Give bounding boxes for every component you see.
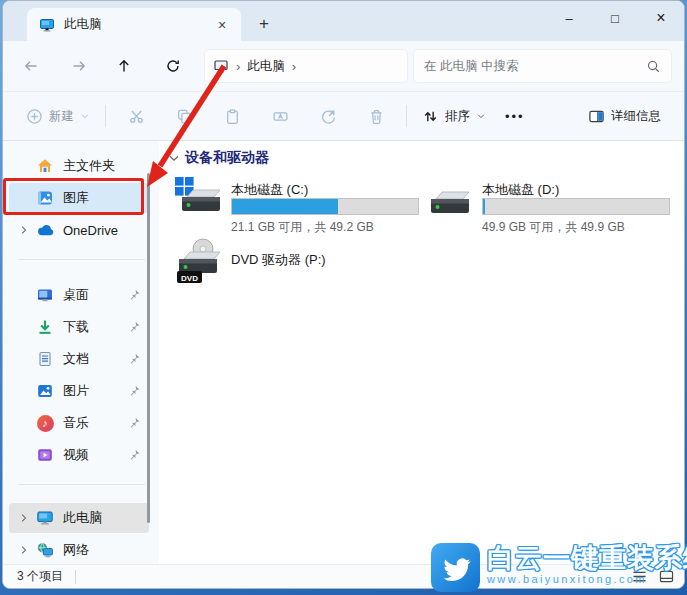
copy-button[interactable] [165,98,203,134]
sidebar-item-pictures[interactable]: 图片 [9,376,149,406]
trash-icon [368,108,385,125]
new-tab-button[interactable]: + [251,11,277,37]
bird-icon [441,553,471,583]
sidebar-item-label: 音乐 [63,414,89,432]
drive-c-usage-bar [231,198,419,215]
sort-button-label: 排序 [445,108,470,125]
sidebar-item-gallery[interactable]: 图库 [9,183,149,213]
details-pane-icon [588,108,605,125]
search-input[interactable] [424,59,646,73]
refresh-button[interactable] [157,50,189,82]
chevron-right-icon [18,224,30,236]
watermark: 白云一键重装系统 www.baiyunxitong.com [431,543,687,592]
sort-button[interactable]: 排序 [413,98,495,134]
sort-icon [422,108,439,125]
cut-button[interactable] [117,98,155,134]
sidebar-item-label: 图库 [63,189,89,207]
toolbar-separator [105,105,106,127]
group-header-label: 设备和驱动器 [185,149,269,167]
breadcrumb-chevron: › [236,59,240,74]
downloads-icon [33,318,57,336]
pin-icon [128,320,141,333]
sidebar-item-label: 主文件夹 [63,157,115,175]
hard-drive-icon[interactable] [429,185,477,225]
pin-icon [128,352,141,365]
drive-c-capacity: 21.1 GB 可用，共 49.2 GB [231,219,374,236]
sidebar-item-label: 图片 [63,382,89,400]
share-button[interactable] [309,98,347,134]
breadcrumb-chevron[interactable]: › [292,59,296,74]
desktop-icon [33,286,57,304]
details-pane-button[interactable]: 详细信息 [579,98,670,134]
sidebar-divider [19,484,145,485]
pin-icon [128,416,141,429]
sidebar-item-onedrive[interactable]: OneDrive [9,215,149,245]
music-icon: ♪ [33,415,57,432]
up-icon [116,58,132,74]
watermark-title: 白云一键重装系统 [487,543,687,573]
item-count: 3 个项目 [17,568,63,585]
this-pc-tab-icon [39,17,55,33]
group-header-devices-and-drives[interactable]: 设备和驱动器 [167,149,269,167]
pictures-icon [33,382,57,400]
forward-button[interactable] [63,50,95,82]
drive-d-name[interactable]: 本地磁盘 (D:) [482,181,559,199]
refresh-icon [165,58,181,74]
sidebar-item-desktop[interactable]: 桌面 [9,280,149,310]
window-controls: – □ × [546,1,684,35]
sidebar-item-home[interactable]: 主文件夹 [9,151,149,181]
up-button[interactable] [108,50,140,82]
tab-title: 此电脑 [64,16,211,33]
explorer-window: 此电脑 × + – □ × › 此电脑 › [2,0,685,589]
more-options-button[interactable]: ••• [495,109,535,124]
chevron-down-icon [80,111,90,121]
rename-button[interactable] [261,98,299,134]
toolbar-separator [406,105,407,127]
home-icon [33,157,57,175]
this-pc-icon [33,509,57,527]
sidebar-item-label: 网络 [63,541,89,559]
close-button[interactable]: × [638,1,684,35]
paste-button[interactable] [213,98,251,134]
documents-icon [33,350,57,368]
sidebar-item-label: 文档 [63,350,89,368]
svg-text:DVD: DVD [181,274,198,283]
drive-c-name[interactable]: 本地磁盘 (C:) [231,181,308,199]
search-box [413,49,672,83]
sidebar-scrollbar[interactable] [147,173,150,523]
navigation-bar: › 此电脑 › [3,41,684,91]
command-toolbar: 新建 [3,91,684,141]
breadcrumb-segment[interactable]: 此电脑 [247,58,285,75]
address-bar[interactable]: › 此电脑 › [204,49,408,83]
sidebar-item-this-pc[interactable]: 此电脑 [9,503,149,533]
sidebar-item-videos[interactable]: 视频 [9,440,149,470]
tab-this-pc[interactable]: 此电脑 × [27,8,241,41]
pin-icon [128,288,141,301]
sidebar-item-downloads[interactable]: 下载 [9,312,149,342]
back-icon [23,58,39,74]
drive-d-usage-bar [482,198,670,215]
back-button[interactable] [15,50,47,82]
tab-close-icon[interactable]: × [211,14,233,36]
cut-icon [128,108,145,125]
rename-icon [272,108,289,125]
share-icon [320,108,337,125]
navigation-pane: 主文件夹 图库 [3,141,159,564]
sidebar-item-network[interactable]: 网络 [9,535,149,565]
new-button[interactable]: 新建 [17,98,99,134]
onedrive-icon [33,221,57,240]
sidebar-item-label: OneDrive [63,223,118,238]
sidebar-item-label: 下载 [63,318,89,336]
maximize-button[interactable]: □ [592,1,638,35]
system-drive-icon[interactable] [175,177,227,225]
paste-icon [224,108,241,125]
sidebar-item-documents[interactable]: 文档 [9,344,149,374]
pin-icon [128,448,141,461]
minimize-button[interactable]: – [546,1,592,35]
dvd-drive-name[interactable]: DVD 驱动器 (P:) [231,251,326,269]
network-icon [33,541,57,559]
dvd-drive-icon[interactable]: DVD [173,237,229,287]
statusbar-divider [75,570,76,584]
sidebar-item-music[interactable]: ♪ 音乐 [9,408,149,438]
delete-button[interactable] [357,98,395,134]
